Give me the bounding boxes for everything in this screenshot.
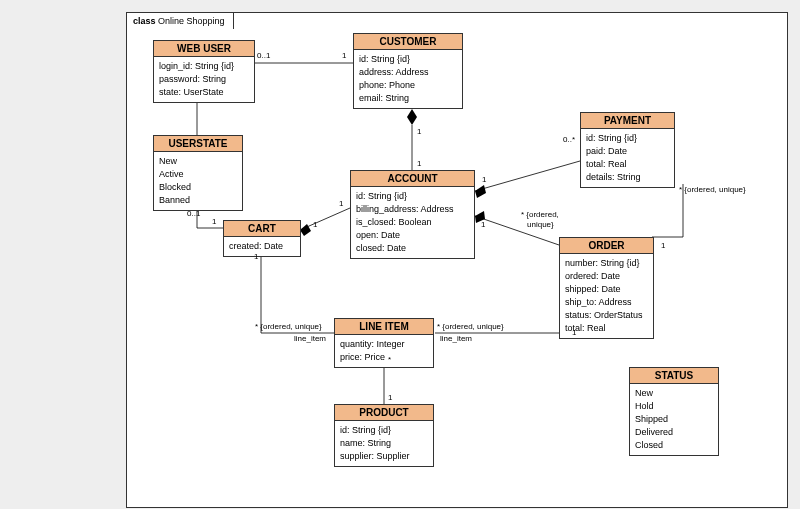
- class-customer: CUSTOMER id: String {id} address: Addres…: [353, 33, 463, 109]
- class-title: WEB USER: [154, 41, 254, 57]
- class-title: STATUS: [630, 368, 718, 384]
- class-title: ORDER: [560, 238, 653, 254]
- class-title: PRODUCT: [335, 405, 433, 421]
- class-attrs: New Active Blocked Banned: [154, 152, 242, 210]
- frame-title-tab: class Online Shopping: [126, 12, 234, 29]
- class-attrs: New Hold Shipped Delivered Closed: [630, 384, 718, 455]
- class-attrs: id: String {id} billing_address: Address…: [351, 187, 474, 258]
- mult-order-lineitem-left: * {ordered, unique}: [437, 322, 504, 331]
- class-status: STATUS New Hold Shipped Delivered Closed: [629, 367, 719, 456]
- svg-line-5: [300, 208, 350, 230]
- mult-cart-account-right: 1: [339, 199, 343, 208]
- class-title: USERSTATE: [154, 136, 242, 152]
- frame-title-rest: Online Shopping: [158, 16, 225, 26]
- mult-lineitem-product-top: *: [388, 355, 391, 364]
- mult-webuser-customer-left: 0..1: [257, 51, 270, 60]
- class-attrs: id: String {id} paid: Date total: Real d…: [581, 129, 674, 187]
- svg-marker-8: [475, 185, 486, 198]
- mult-order-payment-bottom: 1: [661, 241, 665, 250]
- class-cart: CART created: Date: [223, 220, 301, 257]
- class-web-user: WEB USER login_id: String {id} password:…: [153, 40, 255, 103]
- class-attrs: created: Date: [224, 237, 300, 256]
- class-attrs: number: String {id} ordered: Date shippe…: [560, 254, 653, 338]
- mult-cart-lineitem-bottom: * {ordered, unique}: [255, 322, 322, 331]
- class-title: CUSTOMER: [354, 34, 462, 50]
- class-attrs: quantity: Integer price: Price: [335, 335, 433, 367]
- class-account: ACCOUNT id: String {id} billing_address:…: [350, 170, 475, 259]
- svg-line-7: [475, 161, 580, 191]
- mult-customer-account-bottom: 1: [417, 159, 421, 168]
- class-attrs: id: String {id} name: String supplier: S…: [335, 421, 433, 466]
- class-payment: PAYMENT id: String {id} paid: Date total…: [580, 112, 675, 188]
- svg-marker-6: [300, 224, 311, 236]
- class-title: PAYMENT: [581, 113, 674, 129]
- mult-account-payment-left: 1: [482, 175, 486, 184]
- mult-lineitem-product-bottom: 1: [388, 393, 392, 402]
- frame-title-strong: class: [133, 16, 156, 26]
- mult-account-payment-right: 0..*: [563, 135, 575, 144]
- class-order: ORDER number: String {id} ordered: Date …: [559, 237, 654, 339]
- mult-account-order-left: 1: [481, 220, 485, 229]
- mult-order-lineitem-right: 1: [572, 328, 576, 337]
- mult-webuser-cart-bottom: 1: [212, 217, 216, 226]
- class-title: CART: [224, 221, 300, 237]
- role-cart-lineitem: line_item: [294, 334, 326, 343]
- mult-account-order-right-a: * {ordered,: [521, 210, 559, 219]
- mult-customer-account-top: 1: [417, 127, 421, 136]
- role-order-lineitem: line_item: [440, 334, 472, 343]
- class-attrs: id: String {id} address: Address phone: …: [354, 50, 462, 108]
- mult-cart-lineitem-top: 1: [254, 252, 258, 261]
- mult-webuser-customer-right: 1: [342, 51, 346, 60]
- mult-cart-account-left: 1: [313, 220, 317, 229]
- class-product: PRODUCT id: String {id} name: String sup…: [334, 404, 434, 467]
- mult-order-payment-top: * {ordered, unique}: [679, 185, 746, 194]
- class-title: LINE ITEM: [335, 319, 433, 335]
- class-line-item: LINE ITEM quantity: Integer price: Price: [334, 318, 434, 368]
- class-userstate: USERSTATE New Active Blocked Banned: [153, 135, 243, 211]
- class-title: ACCOUNT: [351, 171, 474, 187]
- mult-account-order-right-b: unique}: [527, 220, 554, 229]
- svg-marker-1: [407, 109, 417, 125]
- diagram-frame: class Online Shopping: [126, 12, 788, 508]
- mult-webuser-cart-top: 0..1: [187, 209, 200, 218]
- class-attrs: login_id: String {id} password: String s…: [154, 57, 254, 102]
